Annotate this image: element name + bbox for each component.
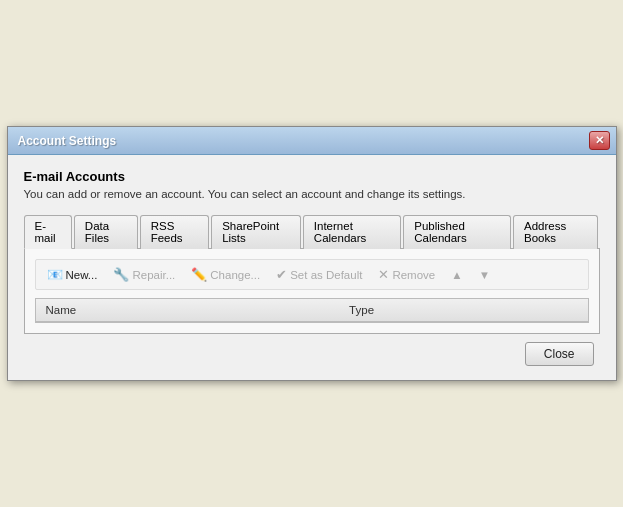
new-button[interactable]: 📧 New... [40, 264, 105, 285]
tab-rss-feeds[interactable]: RSS Feeds [140, 215, 210, 249]
accounts-list[interactable]: Name Type [35, 298, 589, 323]
repair-button[interactable]: 🔧 Repair... [106, 264, 182, 285]
new-icon: 📧 [47, 267, 63, 282]
window-title: Account Settings [14, 134, 117, 148]
tab-sharepoint-lists[interactable]: SharePoint Lists [211, 215, 301, 249]
repair-icon: 🔧 [113, 267, 129, 282]
tab-data-files[interactable]: Data Files [74, 215, 138, 249]
change-icon: ✏️ [191, 267, 207, 282]
change-button-label: Change... [210, 269, 260, 281]
col-header-name: Name [36, 302, 340, 318]
tab-email[interactable]: E-mail [24, 215, 72, 249]
move-up-button[interactable]: ▲ [444, 266, 469, 284]
move-up-label: ▲ [451, 269, 462, 281]
move-down-button[interactable]: ▼ [472, 266, 497, 284]
tab-panel-email: 📧 New... 🔧 Repair... ✏️ Change... ✔ Set … [24, 249, 600, 334]
section-description: You can add or remove an account. You ca… [24, 188, 600, 200]
dialog-footer: Close [24, 334, 600, 370]
window-close-button[interactable]: ✕ [589, 131, 610, 150]
move-down-label: ▼ [479, 269, 490, 281]
col-header-type: Type [339, 302, 587, 318]
set-default-icon: ✔ [276, 267, 287, 282]
set-as-default-button[interactable]: ✔ Set as Default [269, 264, 369, 285]
remove-button[interactable]: ✕ Remove [371, 264, 442, 285]
remove-button-label: Remove [392, 269, 435, 281]
section-title: E-mail Accounts [24, 169, 600, 184]
title-bar: Account Settings ✕ [8, 127, 616, 155]
account-settings-window: Account Settings ✕ E-mail Accounts You c… [7, 126, 617, 381]
tab-internet-calendars[interactable]: Internet Calendars [303, 215, 401, 249]
change-button[interactable]: ✏️ Change... [184, 264, 267, 285]
window-content: E-mail Accounts You can add or remove an… [8, 155, 616, 380]
tab-address-books[interactable]: Address Books [513, 215, 598, 249]
repair-button-label: Repair... [132, 269, 175, 281]
new-button-label: New... [66, 269, 98, 281]
tab-published-calendars[interactable]: Published Calendars [403, 215, 511, 249]
tab-bar: E-mail Data Files RSS Feeds SharePoint L… [24, 214, 600, 249]
close-dialog-button[interactable]: Close [525, 342, 594, 366]
set-default-button-label: Set as Default [290, 269, 362, 281]
remove-icon: ✕ [378, 267, 389, 282]
list-header: Name Type [36, 299, 588, 322]
accounts-toolbar: 📧 New... 🔧 Repair... ✏️ Change... ✔ Set … [35, 259, 589, 290]
